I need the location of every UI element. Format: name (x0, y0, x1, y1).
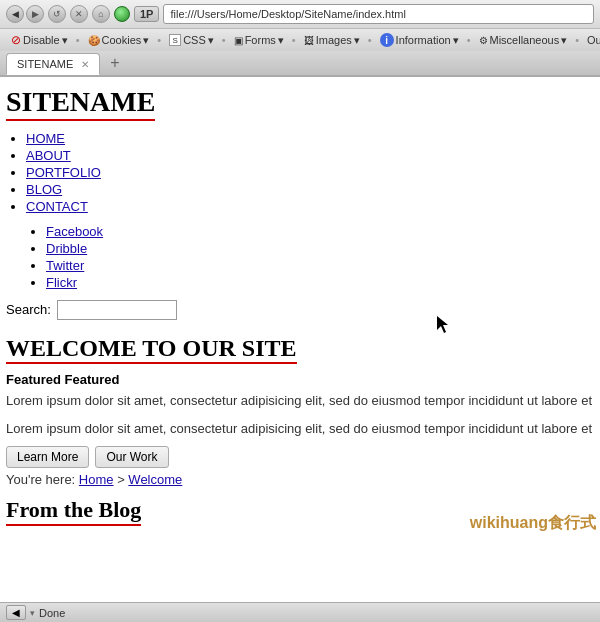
forms-icon: ▣ (234, 35, 243, 46)
images-menu[interactable]: 🖼 Images ▾ (299, 32, 365, 49)
back-button[interactable]: ◀ (6, 5, 24, 23)
featured-label: Featured Featured (6, 372, 594, 387)
css-label: CSS (183, 34, 206, 46)
social-navigation: Facebook Dribble Twitter Flickr (26, 224, 594, 290)
forms-menu[interactable]: ▣ Forms ▾ (229, 32, 289, 49)
our-work-button[interactable]: Our Work (95, 446, 168, 468)
information-icon: i (380, 33, 394, 47)
page-content: SITENAME HOME ABOUT PORTFOLIO BLOG CONTA… (0, 77, 600, 556)
social-facebook[interactable]: Facebook (46, 224, 103, 239)
misc-icon: ⚙ (479, 35, 488, 46)
browser-toolbar: ◀ ▶ ↺ ✕ ⌂ 1P (0, 0, 600, 28)
nav-home[interactable]: HOME (26, 131, 65, 146)
cookies-label: Cookies (102, 34, 142, 46)
information-arrow: ▾ (453, 34, 459, 47)
disable-menu[interactable]: ⊘ Disable ▾ (6, 31, 73, 49)
address-bar[interactable] (163, 4, 594, 24)
sep3: • (222, 34, 226, 46)
css-icon: S (169, 34, 181, 46)
site-title: SITENAME (6, 85, 155, 121)
learn-more-button[interactable]: Learn More (6, 446, 89, 468)
css-arrow: ▾ (208, 34, 214, 47)
social-flickr[interactable]: Flickr (46, 275, 77, 290)
images-arrow: ▾ (354, 34, 360, 47)
sep4: • (292, 34, 296, 46)
miscellaneous-menu[interactable]: ⚙ Miscellaneous ▾ (474, 32, 573, 49)
blog-heading: From the Blog (6, 497, 141, 525)
sep7: • (575, 34, 579, 46)
disable-label: Disable (23, 34, 60, 46)
green-dot-icon (114, 6, 130, 22)
breadcrumb-prefix: You're here: (6, 472, 79, 487)
home-button[interactable]: ⌂ (92, 5, 110, 23)
tab-title: SITENAME (17, 58, 73, 70)
images-label: Images (316, 34, 352, 46)
misc-label: Miscellaneous (490, 34, 560, 46)
sep2: • (157, 34, 161, 46)
disable-icon: ⊘ (11, 33, 21, 47)
breadcrumb-home-link[interactable]: Home (79, 472, 114, 487)
ip-badge: 1P (134, 6, 159, 22)
lorem-text-2: Lorem ipsum dolor sit amet, consectetur … (6, 419, 594, 439)
sep6: • (467, 34, 471, 46)
social-dribble[interactable]: Dribble (46, 241, 87, 256)
welcome-section: WELCOME TO OUR SITE Featured Featured Lo… (6, 334, 594, 488)
browser-chrome: ◀ ▶ ↺ ✕ ⌂ 1P ⊘ Disable ▾ • 🍪 Cookies (0, 0, 600, 77)
outline-label: Ou (587, 34, 600, 46)
nav-blog[interactable]: BLOG (26, 182, 62, 197)
new-tab-button[interactable]: + (102, 51, 127, 75)
sep1: • (76, 34, 80, 46)
disable-arrow: ▾ (62, 34, 68, 47)
tab-close-button[interactable]: ✕ (81, 59, 89, 70)
search-row: Search: (6, 300, 594, 320)
images-icon: 🖼 (304, 35, 314, 46)
lorem-text-1: Lorem ipsum dolor sit amet, consectetur … (6, 391, 594, 411)
nav-buttons: ◀ ▶ (6, 5, 44, 23)
social-twitter[interactable]: Twitter (46, 258, 84, 273)
forward-button[interactable]: ▶ (26, 5, 44, 23)
information-label: Information (396, 34, 451, 46)
breadcrumb-current-link[interactable]: Welcome (128, 472, 182, 487)
forms-arrow: ▾ (278, 34, 284, 47)
information-menu[interactable]: i Information ▾ (375, 31, 464, 49)
cookies-menu[interactable]: 🍪 Cookies ▾ (83, 32, 155, 49)
button-row: Learn More Our Work (6, 446, 594, 468)
outline-menu[interactable]: Ou ▾ (582, 32, 600, 49)
cookies-arrow: ▾ (143, 34, 149, 47)
address-bar-area: 1P (134, 4, 594, 24)
main-navigation: HOME ABOUT PORTFOLIO BLOG CONTACT (6, 131, 594, 214)
breadcrumb: You're here: Home > Welcome (6, 472, 594, 487)
search-input[interactable] (57, 300, 177, 320)
nav-portfolio[interactable]: PORTFOLIO (26, 165, 101, 180)
active-tab[interactable]: SITENAME ✕ (6, 53, 100, 75)
misc-arrow: ▾ (561, 34, 567, 47)
breadcrumb-separator: > (114, 472, 129, 487)
stop-button[interactable]: ✕ (70, 5, 88, 23)
reload-button[interactable]: ↺ (48, 5, 66, 23)
css-menu[interactable]: S CSS ▾ (164, 32, 219, 49)
search-label: Search: (6, 302, 51, 317)
nav-about[interactable]: ABOUT (26, 148, 71, 163)
forms-label: Forms (245, 34, 276, 46)
webdev-toolbar: ⊘ Disable ▾ • 🍪 Cookies ▾ • S CSS ▾ • ▣ … (0, 28, 600, 51)
nav-contact[interactable]: CONTACT (26, 199, 88, 214)
tab-bar: SITENAME ✕ + (0, 51, 600, 76)
cookie-icon: 🍪 (88, 35, 100, 46)
welcome-heading: WELCOME TO OUR SITE (6, 334, 297, 365)
sep5: • (368, 34, 372, 46)
blog-section: From the Blog (6, 497, 594, 525)
